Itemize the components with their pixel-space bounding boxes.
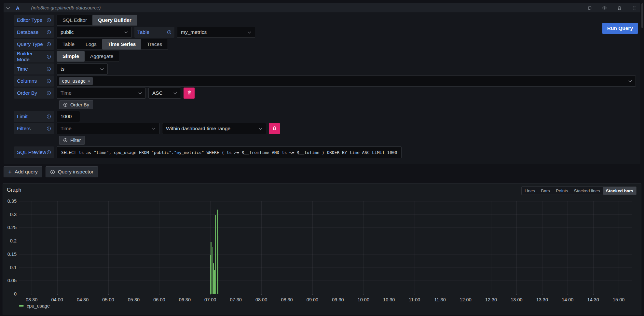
x-tick-label: 06:30 xyxy=(174,297,195,302)
time-row: Time ts xyxy=(14,63,636,75)
v-gridline xyxy=(516,201,517,294)
display-mode-stacked-bars[interactable]: Stacked bars xyxy=(603,187,636,195)
builder-mode-segmented: SimpleAggregate xyxy=(57,51,119,62)
order-by-row: Order By Time ASC xyxy=(14,88,636,99)
h-gridline xyxy=(19,201,632,201)
page-scrollbar-thumb[interactable] xyxy=(641,3,643,28)
v-gridline xyxy=(83,201,83,294)
info-icon xyxy=(47,54,51,59)
columns-multiselect[interactable]: cpu_usage ✕ xyxy=(57,76,636,87)
query-type-option-logs[interactable]: Logs xyxy=(80,39,102,49)
database-value: public xyxy=(61,29,74,35)
editor-type-option-query-builder[interactable]: Query Builder xyxy=(92,15,137,25)
query-type-option-traces[interactable]: Traces xyxy=(141,39,168,49)
collapse-chevron-icon[interactable] xyxy=(6,6,10,9)
display-mode-stacked-lines[interactable]: Stacked lines xyxy=(571,187,603,195)
add-query-button[interactable]: + Add query xyxy=(4,166,42,177)
add-filter-button[interactable]: Filter xyxy=(59,136,85,145)
add-query-label: Add query xyxy=(15,169,38,175)
query-type-option-time-series[interactable]: Time Series xyxy=(102,39,142,49)
database-select[interactable]: public xyxy=(57,27,132,38)
query-editor-card: A (info8fcc-greptimedb-datasource) Run Q… xyxy=(4,3,640,164)
display-mode-bars[interactable]: Bars xyxy=(538,187,553,195)
time-column-select[interactable]: ts xyxy=(57,63,108,75)
duplicate-query-icon[interactable] xyxy=(586,5,592,11)
database-label: Database xyxy=(14,27,54,38)
time-label: Time xyxy=(14,63,54,75)
editor-type-label-text: Editor Type xyxy=(17,17,42,23)
sql-preview-text: SELECT ts as "time", cpu_usage FROM "pub… xyxy=(57,146,402,158)
add-filter-label: Filter xyxy=(70,138,81,143)
x-tick-label: 13:30 xyxy=(532,297,553,302)
chevron-down-icon xyxy=(629,79,632,82)
display-mode-points[interactable]: Points xyxy=(553,187,571,195)
query-type-option-table[interactable]: Table xyxy=(57,39,80,49)
v-gridline xyxy=(134,201,134,294)
x-tick-label: 04:00 xyxy=(47,297,68,302)
drag-handle-icon[interactable] xyxy=(631,5,637,11)
h-gridline xyxy=(19,254,632,254)
editor-type-label: Editor Type xyxy=(14,15,54,26)
column-tag-text: cpu_usage xyxy=(62,78,86,84)
h-gridline xyxy=(19,268,632,268)
query-row-header[interactable]: A (info8fcc-greptimedb-datasource) xyxy=(4,3,640,12)
run-query-button[interactable]: Run Query xyxy=(602,23,638,34)
order-by-direction-value: ASC xyxy=(152,90,163,96)
limit-input[interactable]: 1000 xyxy=(57,111,80,122)
x-tick-mark xyxy=(415,294,415,295)
trash-icon xyxy=(187,90,192,96)
remove-column-icon[interactable]: ✕ xyxy=(88,79,90,83)
columns-label-text: Columns xyxy=(17,78,37,84)
display-mode-lines[interactable]: Lines xyxy=(522,187,538,195)
info-icon xyxy=(47,18,51,22)
chevron-down-icon xyxy=(248,30,251,34)
x-tick-label: 12:00 xyxy=(455,297,476,302)
info-icon xyxy=(47,42,51,47)
x-tick-label: 10:00 xyxy=(353,297,374,302)
remove-order-by-button[interactable] xyxy=(184,88,195,99)
y-tick-label: 0.2 xyxy=(4,238,17,243)
x-tick-label: 07:00 xyxy=(200,297,221,302)
x-tick-label: 14:00 xyxy=(557,297,578,302)
v-gridline xyxy=(415,201,415,294)
order-by-label-text: Order By xyxy=(17,90,37,96)
x-tick-mark xyxy=(516,294,517,295)
query-inspector-button[interactable]: Query inspector xyxy=(46,166,98,177)
editor-type-option-sql-editor[interactable]: SQL Editor xyxy=(57,15,92,25)
x-tick-label: 05:30 xyxy=(123,297,144,302)
filter-condition-select[interactable]: Within dashboard time range xyxy=(162,123,266,134)
v-gridline xyxy=(338,201,338,294)
filter-condition-value: Within dashboard time range xyxy=(166,126,230,131)
sql-preview-label: SQL Preview xyxy=(14,146,54,158)
legend-series-name: cpu_usage xyxy=(27,303,50,309)
add-order-by-button[interactable]: Order By xyxy=(59,100,93,109)
x-tick-label: 08:30 xyxy=(277,297,297,302)
order-by-label: Order By xyxy=(14,88,54,99)
column-tag-cpu-usage: cpu_usage ✕ xyxy=(59,77,93,85)
bar-cpu_usage-07:01 xyxy=(211,242,212,294)
trash-icon xyxy=(272,126,277,131)
hide-response-eye-icon[interactable] xyxy=(601,5,607,11)
v-gridline xyxy=(466,201,466,294)
builder-mode-option-simple[interactable]: Simple xyxy=(57,51,85,62)
builder-mode-option-aggregate[interactable]: Aggregate xyxy=(85,51,119,62)
y-tick-label: 0.05 xyxy=(4,278,17,283)
remove-query-trash-icon[interactable] xyxy=(616,5,622,11)
x-tick-label: 08:00 xyxy=(251,297,272,302)
builder-mode-label: Builder Mode xyxy=(14,51,54,62)
order-by-direction-select[interactable]: ASC xyxy=(148,88,181,99)
remove-filter-button[interactable] xyxy=(269,123,280,134)
v-gridline xyxy=(440,201,440,294)
table-select[interactable]: my_metrics xyxy=(177,27,255,38)
legend-item-cpu-usage[interactable]: cpu_usage xyxy=(19,303,50,309)
v-gridline xyxy=(185,201,185,294)
grafana-query-editor-page: { "header": { "ref_id": "A", "datasource… xyxy=(0,0,644,316)
order-by-field-select[interactable]: Time xyxy=(57,88,146,99)
x-tick-label: 06:00 xyxy=(149,297,170,302)
filter-field-select[interactable]: Time xyxy=(57,123,159,134)
filters-label-text: Filters xyxy=(17,126,31,131)
order-by-field-value: Time xyxy=(61,90,72,96)
plus-circle-icon xyxy=(63,138,68,143)
x-tick-mark xyxy=(108,294,109,295)
x-tick-label: 11:30 xyxy=(430,297,450,302)
